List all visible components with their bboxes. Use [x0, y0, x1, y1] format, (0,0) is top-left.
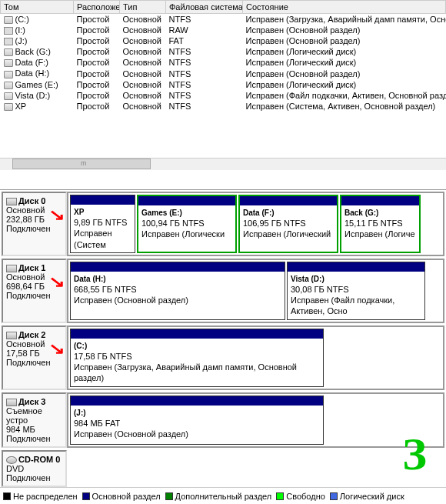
partition-title: Vista (D:) — [291, 275, 325, 283]
disk-status: Подключен — [6, 224, 62, 233]
col-filesystem[interactable]: Файловая система — [166, 1, 243, 14]
vol-name: Back (G:) — [15, 47, 51, 56]
vol-fs: NTFS — [166, 79, 243, 90]
partition-size: 100,94 ГБ NTFS — [141, 219, 205, 228]
table-row[interactable]: Data (H:)ПростойОсновнойNTFSИсправен (Ос… — [1, 68, 446, 78]
vol-fs: NTFS — [166, 90, 243, 101]
partition[interactable]: Data (H:)668,55 ГБ NTFSИсправен (Основно… — [70, 262, 285, 320]
disk-name: Диск 2 — [18, 330, 45, 339]
partition-title: Back (G:) — [344, 209, 378, 217]
vol-fs: NTFS — [166, 101, 243, 112]
scroll-indicator: m — [81, 159, 87, 167]
disk-row: Диск 2Основной17,58 ГБПодключен↘(C:)17,5… — [2, 325, 444, 390]
legend-color-icon — [330, 492, 338, 500]
table-row[interactable]: Back (G:)ПростойОсновнойNTFSИсправен (Ло… — [1, 46, 446, 57]
table-header-row: Том Расположение Тип Файловая система Со… — [1, 1, 446, 14]
partition-bar — [341, 196, 419, 205]
legend-item: Свободно — [276, 492, 325, 501]
table-row[interactable]: (I:)ПростойОсновнойRAWИсправен (Основной… — [1, 25, 446, 35]
partition-size: 984 МБ FAT — [74, 419, 120, 428]
partition-status: Исправен (Систем — [74, 229, 112, 249]
drive-icon — [4, 16, 13, 24]
partition[interactable]: (J:)984 МБ FATИсправен (Основной раздел) — [70, 396, 324, 445]
disk-status: Подключен — [6, 358, 62, 367]
disk-icon — [6, 332, 17, 339]
partition[interactable]: XP9,89 ГБ NTFSИсправен (Систем — [70, 195, 135, 253]
col-volume[interactable]: Том — [1, 1, 74, 14]
legend-color-icon — [165, 492, 173, 500]
col-status[interactable]: Состояние — [243, 1, 446, 14]
disk-name: Диск 3 — [18, 397, 45, 406]
vol-status: Исправен (Основной раздел) — [243, 25, 446, 35]
vol-name: (C:) — [15, 15, 29, 24]
legend-color-icon — [82, 492, 90, 500]
disk-graphical-pane: Диск 0Основной232,88 ГБПодключен↘XP9,89 … — [0, 190, 446, 491]
partition-bar — [71, 195, 135, 205]
legend-item: Основной раздел — [82, 492, 161, 501]
vol-layout: Простой — [74, 14, 120, 25]
partition-status: Исправен (Основной раздел) — [74, 295, 188, 305]
cdrom-icon — [6, 456, 17, 464]
vol-status: Исправен (Загрузка, Аварийный дамп памят… — [243, 14, 446, 25]
disk-row: Диск 0Основной232,88 ГБПодключен↘XP9,89 … — [2, 192, 444, 256]
disk-row: Диск 1Основной698,64 ГБПодключен↘Data (H… — [2, 259, 444, 323]
partition[interactable]: Back (G:)15,11 ГБ NTFSИсправен (Логиче — [340, 195, 421, 253]
table-row[interactable]: XPПростойОсновнойNTFSИсправен (Система, … — [1, 101, 446, 112]
arrow-annotation: ↘ — [48, 272, 65, 291]
volume-table: Том Расположение Тип Файловая система Со… — [0, 0, 446, 112]
partition[interactable]: Vista (D:)30,08 ГБ NTFSИсправен (Файл по… — [287, 262, 425, 320]
disk-status: Подключен — [6, 473, 62, 482]
table-row[interactable]: Data (F:)ПростойОсновнойNTFSИсправен (Ло… — [1, 57, 446, 68]
table-row[interactable]: Games (E:)ПростойОсновнойNTFSИсправен (Л… — [1, 79, 446, 90]
partition-size: 668,55 ГБ NTFS — [74, 285, 137, 294]
vol-type: Основной — [120, 25, 166, 35]
partition[interactable]: Games (E:)100,94 ГБ NTFSИсправен (Логиче… — [137, 195, 237, 253]
vol-name: Games (E:) — [15, 80, 58, 89]
vol-name: (I:) — [15, 25, 25, 35]
vol-layout: Простой — [74, 57, 120, 68]
disk-status: Подключен — [6, 291, 62, 300]
disk-size: 984 МБ — [6, 425, 62, 434]
legend-label: Свободно — [286, 492, 325, 501]
vol-fs: NTFS — [166, 14, 243, 25]
partition-status: Исправен (Загрузка, Аварийный дамп памят… — [74, 362, 297, 382]
volume-list-pane: Том Расположение Тип Файловая система Со… — [0, 0, 446, 190]
vol-layout: Простой — [74, 79, 120, 90]
legend-label: Не распределен — [13, 492, 78, 501]
drive-icon — [4, 71, 13, 78]
partition-container: (C:)17,58 ГБ NTFSИсправен (Загрузка, Ава… — [67, 325, 444, 390]
partition-container: Data (H:)668,55 ГБ NTFSИсправен (Основно… — [67, 259, 444, 323]
vol-status: Исправен (Основной раздел) — [243, 35, 446, 46]
partition-size: 30,08 ГБ NTFS — [291, 285, 349, 294]
vol-name: XP — [15, 102, 27, 111]
partition[interactable]: Data (F:)106,95 ГБ NTFSИсправен (Логичес… — [238, 195, 338, 253]
vol-status: Исправен (Файл подкачки, Активен, Основн… — [243, 90, 446, 101]
vol-layout: Простой — [74, 101, 120, 112]
table-row[interactable]: (J:)ПростойОсновнойFATИсправен (Основной… — [1, 35, 446, 46]
partition-bar — [71, 262, 285, 272]
horizontal-scrollbar[interactable]: m — [0, 158, 446, 170]
partition-title: (J:) — [74, 409, 86, 417]
disk-header[interactable]: CD-ROM 0DVDПодключен — [2, 450, 67, 487]
vol-fs: NTFS — [166, 57, 243, 68]
disk-header[interactable]: Диск 3Съемное устро984 МБПодключен — [2, 392, 67, 448]
table-row[interactable]: Vista (D:)ПростойОсновнойNTFSИсправен (Ф… — [1, 90, 446, 101]
vol-type: Основной — [120, 57, 166, 68]
arrow-annotation: ↘ — [48, 205, 65, 224]
disk-status: Подключен — [6, 434, 62, 443]
col-type[interactable]: Тип — [120, 1, 166, 14]
partition-title: XP — [74, 208, 84, 216]
partition-title: Games (E:) — [141, 209, 182, 217]
col-layout[interactable]: Расположение — [74, 1, 120, 14]
partition-status: Исправен (Файл подкачки, Активен, Осно — [291, 295, 394, 315]
table-row[interactable]: (C:)ПростойОсновнойNTFSИсправен (Загрузк… — [1, 14, 446, 25]
partition-size: 106,95 ГБ NTFS — [243, 219, 306, 228]
disk-row: Диск 3Съемное устро984 МБПодключен(J:)98… — [2, 392, 444, 448]
partition-size: 9,89 ГБ NTFS — [74, 218, 127, 227]
partition[interactable]: (C:)17,58 ГБ NTFSИсправен (Загрузка, Ава… — [70, 329, 324, 387]
partition-status: Исправен (Логиче — [344, 229, 415, 239]
vol-type: Основной — [120, 46, 166, 57]
legend-color-icon — [3, 492, 11, 500]
partition-container: (J:)984 МБ FATИсправен (Основной раздел) — [67, 392, 444, 448]
partition-status: Исправен (Основной раздел) — [74, 429, 188, 439]
